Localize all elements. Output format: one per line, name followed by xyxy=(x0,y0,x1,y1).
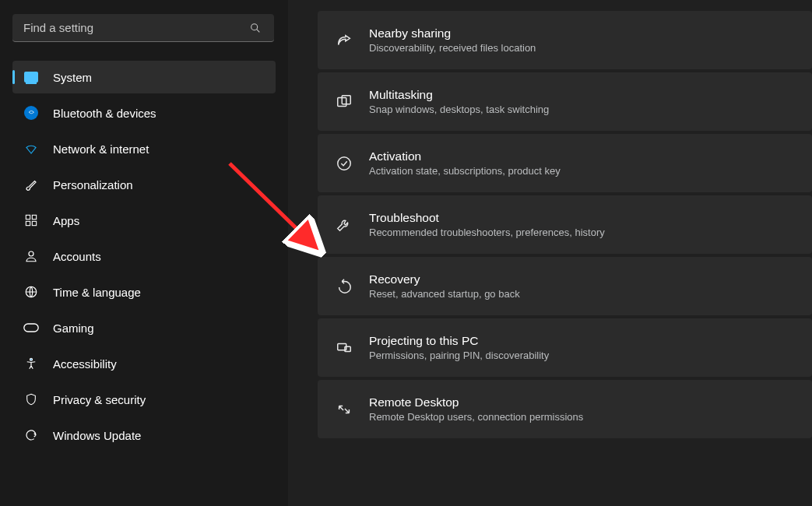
apps-icon xyxy=(23,213,39,228)
sidebar-item-apps[interactable]: Apps xyxy=(12,204,276,237)
card-texts: Recovery Reset, advanced startup, go bac… xyxy=(369,272,520,300)
multitasking-icon xyxy=(335,93,353,111)
card-recovery[interactable]: Recovery Reset, advanced startup, go bac… xyxy=(318,257,812,315)
bluetooth-icon: ⌔ xyxy=(23,105,39,121)
sidebar-item-bluetooth[interactable]: ⌔ Bluetooth & devices xyxy=(12,97,276,129)
windows-update-icon xyxy=(23,427,39,443)
card-subtitle: Activation state, subscriptions, product… xyxy=(369,165,561,177)
wifi-icon xyxy=(23,141,39,156)
sidebar-item-label: Apps xyxy=(53,214,79,227)
sidebar-item-accounts[interactable]: Accounts xyxy=(12,240,276,272)
sidebar-item-time-language[interactable]: Time & language xyxy=(12,276,276,308)
card-title: Activation xyxy=(369,149,561,163)
globe-clock-icon xyxy=(23,284,39,300)
sidebar-item-label: Gaming xyxy=(53,322,94,335)
sidebar-nav: System ⌔ Bluetooth & devices Network & i… xyxy=(12,61,276,452)
svg-rect-5 xyxy=(32,221,36,225)
card-title: Recovery xyxy=(369,272,520,286)
card-texts: Nearby sharing Discoverability, received… xyxy=(369,26,536,54)
svg-point-9 xyxy=(30,358,33,360)
card-subtitle: Snap windows, desktops, task switching xyxy=(369,104,549,115)
sidebar-item-privacy[interactable]: Privacy & security xyxy=(12,383,276,416)
card-title: Projecting to this PC xyxy=(369,334,549,348)
card-title: Nearby sharing xyxy=(369,26,536,40)
card-texts: Activation Activation state, subscriptio… xyxy=(369,149,561,177)
card-subtitle: Permissions, pairing PIN, discoverabilit… xyxy=(369,350,549,361)
content-area: Nearby sharing Discoverability, received… xyxy=(318,0,812,506)
card-subtitle: Reset, advanced startup, go back xyxy=(369,288,520,300)
sidebar-item-accessibility[interactable]: Accessibility xyxy=(12,347,276,380)
share-icon xyxy=(335,31,353,50)
recovery-icon xyxy=(335,277,353,296)
sidebar-item-label: Bluetooth & devices xyxy=(53,107,156,120)
card-activation[interactable]: Activation Activation state, subscriptio… xyxy=(318,134,812,192)
card-remote-desktop[interactable]: Remote Desktop Remote Desktop users, con… xyxy=(318,380,812,438)
card-nearby-sharing[interactable]: Nearby sharing Discoverability, received… xyxy=(318,11,812,69)
sidebar-item-personalization[interactable]: Personalization xyxy=(12,168,276,201)
svg-line-1 xyxy=(257,29,260,32)
search-placeholder: Find a setting xyxy=(23,21,248,34)
sidebar-item-label: Accessibility xyxy=(53,357,117,371)
sidebar-item-network[interactable]: Network & internet xyxy=(12,132,276,165)
sidebar-item-windows-update[interactable]: Windows Update xyxy=(12,419,276,452)
gamepad-icon xyxy=(23,320,39,336)
card-subtitle: Discoverability, received files location xyxy=(369,42,536,54)
svg-point-0 xyxy=(251,23,258,30)
system-icon xyxy=(23,69,39,85)
wrench-icon xyxy=(335,216,353,234)
shield-icon xyxy=(23,392,39,407)
svg-rect-8 xyxy=(24,324,38,332)
sidebar-item-label: Network & internet xyxy=(53,142,149,156)
sidebar-item-label: Windows Update xyxy=(53,429,141,442)
check-circle-icon xyxy=(335,154,353,173)
sidebar-item-label: Privacy & security xyxy=(53,393,146,406)
card-troubleshoot[interactable]: Troubleshoot Recommended troubleshooters… xyxy=(318,195,812,254)
svg-point-12 xyxy=(338,156,351,170)
svg-rect-3 xyxy=(32,215,36,219)
card-subtitle: Remote Desktop users, connection permiss… xyxy=(369,411,583,423)
svg-rect-14 xyxy=(345,346,350,351)
card-title: Remote Desktop xyxy=(369,395,583,409)
card-title: Multitasking xyxy=(369,88,549,102)
card-texts: Multitasking Snap windows, desktops, tas… xyxy=(369,88,549,115)
sidebar-item-label: Personalization xyxy=(53,178,133,192)
card-projecting[interactable]: Projecting to this PC Permissions, pairi… xyxy=(318,318,812,377)
sidebar-item-gaming[interactable]: Gaming xyxy=(12,311,276,344)
sidebar-item-label: System xyxy=(53,71,92,84)
search-input[interactable]: Find a setting xyxy=(12,14,274,42)
card-texts: Troubleshoot Recommended troubleshooters… xyxy=(369,211,605,238)
card-multitasking[interactable]: Multitasking Snap windows, desktops, tas… xyxy=(318,72,812,131)
card-texts: Remote Desktop Remote Desktop users, con… xyxy=(369,395,583,423)
svg-point-6 xyxy=(29,251,33,256)
search-icon xyxy=(248,20,263,36)
svg-rect-4 xyxy=(26,221,30,225)
sidebar-item-label: Accounts xyxy=(53,250,101,263)
sidebar-item-system[interactable]: System xyxy=(12,61,276,93)
svg-rect-2 xyxy=(26,215,30,219)
projecting-icon xyxy=(335,339,353,357)
sidebar: Find a setting System ⌔ Bluetooth & devi… xyxy=(0,0,288,506)
user-icon xyxy=(23,248,39,264)
card-title: Troubleshoot xyxy=(369,211,605,225)
brush-icon xyxy=(23,177,39,192)
card-subtitle: Recommended troubleshooters, preferences… xyxy=(369,227,605,238)
accessibility-icon xyxy=(23,356,39,371)
card-texts: Projecting to this PC Permissions, pairi… xyxy=(369,334,549,361)
sidebar-item-label: Time & language xyxy=(53,286,141,299)
remote-desktop-icon xyxy=(335,400,353,419)
